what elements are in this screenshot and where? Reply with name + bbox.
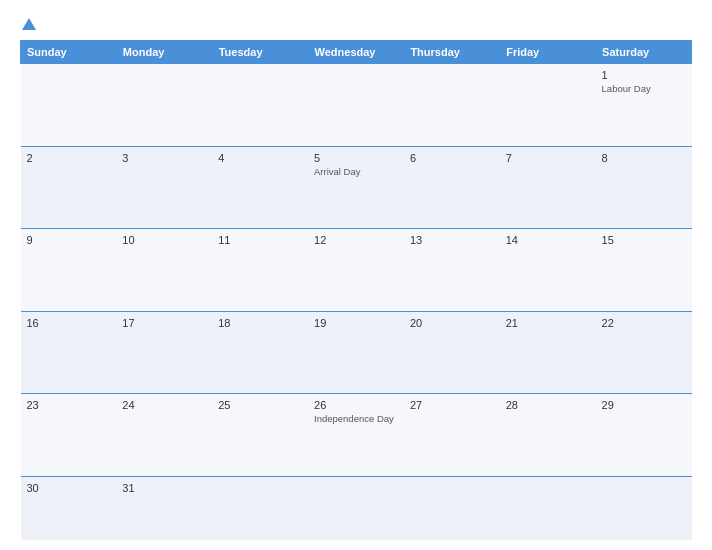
day-cell — [212, 476, 308, 540]
calendar-week-row: 23242526Independence Day272829 — [21, 394, 692, 477]
calendar-week-row: 1Labour Day — [21, 64, 692, 147]
col-header-sunday: Sunday — [21, 41, 117, 64]
col-header-tuesday: Tuesday — [212, 41, 308, 64]
day-cell — [308, 476, 404, 540]
header — [20, 18, 692, 30]
day-cell: 29 — [596, 394, 692, 477]
calendar-week-row: 16171819202122 — [21, 311, 692, 394]
day-number: 19 — [314, 317, 398, 329]
day-cell — [404, 476, 500, 540]
col-header-friday: Friday — [500, 41, 596, 64]
day-cell — [596, 476, 692, 540]
calendar-week-row: 3031 — [21, 476, 692, 540]
day-cell: 12 — [308, 229, 404, 312]
day-cell: 14 — [500, 229, 596, 312]
day-cell: 25 — [212, 394, 308, 477]
day-number: 22 — [602, 317, 686, 329]
day-cell: 18 — [212, 311, 308, 394]
day-cell: 27 — [404, 394, 500, 477]
day-cell: 31 — [116, 476, 212, 540]
day-number: 8 — [602, 152, 686, 164]
logo-blue-text — [20, 18, 36, 30]
day-number: 30 — [27, 482, 111, 494]
day-number: 26 — [314, 399, 398, 411]
day-cell — [116, 64, 212, 147]
day-cell: 15 — [596, 229, 692, 312]
day-cell: 30 — [21, 476, 117, 540]
day-number: 16 — [27, 317, 111, 329]
day-number: 5 — [314, 152, 398, 164]
day-number: 2 — [27, 152, 111, 164]
day-cell: 11 — [212, 229, 308, 312]
calendar-table: SundayMondayTuesdayWednesdayThursdayFrid… — [20, 40, 692, 540]
day-number: 28 — [506, 399, 590, 411]
day-number: 3 — [122, 152, 206, 164]
holiday-name: Labour Day — [602, 83, 686, 94]
day-cell: 8 — [596, 146, 692, 229]
day-cell: 2 — [21, 146, 117, 229]
col-header-thursday: Thursday — [404, 41, 500, 64]
day-number: 1 — [602, 69, 686, 81]
day-cell: 10 — [116, 229, 212, 312]
day-number: 7 — [506, 152, 590, 164]
day-cell — [500, 64, 596, 147]
day-cell — [21, 64, 117, 147]
day-cell: 13 — [404, 229, 500, 312]
day-number: 25 — [218, 399, 302, 411]
day-number: 4 — [218, 152, 302, 164]
day-cell — [404, 64, 500, 147]
day-cell: 21 — [500, 311, 596, 394]
day-number: 15 — [602, 234, 686, 246]
day-number: 13 — [410, 234, 494, 246]
day-number: 12 — [314, 234, 398, 246]
day-number: 29 — [602, 399, 686, 411]
calendar: SundayMondayTuesdayWednesdayThursdayFrid… — [20, 40, 692, 540]
day-number: 21 — [506, 317, 590, 329]
day-number: 24 — [122, 399, 206, 411]
col-header-wednesday: Wednesday — [308, 41, 404, 64]
day-cell: 16 — [21, 311, 117, 394]
day-cell: 24 — [116, 394, 212, 477]
logo-triangle-icon — [22, 18, 36, 30]
day-number: 10 — [122, 234, 206, 246]
day-cell: 20 — [404, 311, 500, 394]
day-cell: 4 — [212, 146, 308, 229]
day-cell — [500, 476, 596, 540]
logo — [20, 18, 36, 30]
day-cell: 19 — [308, 311, 404, 394]
col-header-saturday: Saturday — [596, 41, 692, 64]
day-number: 9 — [27, 234, 111, 246]
day-cell: 3 — [116, 146, 212, 229]
weekday-header-row: SundayMondayTuesdayWednesdayThursdayFrid… — [21, 41, 692, 64]
day-cell: 9 — [21, 229, 117, 312]
day-cell: 5Arrival Day — [308, 146, 404, 229]
day-cell: 28 — [500, 394, 596, 477]
day-number: 14 — [506, 234, 590, 246]
calendar-week-row: 9101112131415 — [21, 229, 692, 312]
day-number: 17 — [122, 317, 206, 329]
page: SundayMondayTuesdayWednesdayThursdayFrid… — [0, 0, 712, 550]
day-number: 23 — [27, 399, 111, 411]
day-number: 11 — [218, 234, 302, 246]
col-header-monday: Monday — [116, 41, 212, 64]
day-number: 27 — [410, 399, 494, 411]
day-number: 6 — [410, 152, 494, 164]
day-cell: 1Labour Day — [596, 64, 692, 147]
day-number: 20 — [410, 317, 494, 329]
day-number: 18 — [218, 317, 302, 329]
day-cell: 22 — [596, 311, 692, 394]
day-number: 31 — [122, 482, 206, 494]
day-cell: 26Independence Day — [308, 394, 404, 477]
calendar-week-row: 2345Arrival Day678 — [21, 146, 692, 229]
holiday-name: Independence Day — [314, 413, 398, 424]
day-cell — [212, 64, 308, 147]
day-cell: 7 — [500, 146, 596, 229]
day-cell: 6 — [404, 146, 500, 229]
day-cell — [308, 64, 404, 147]
day-cell: 23 — [21, 394, 117, 477]
day-cell: 17 — [116, 311, 212, 394]
holiday-name: Arrival Day — [314, 166, 398, 177]
